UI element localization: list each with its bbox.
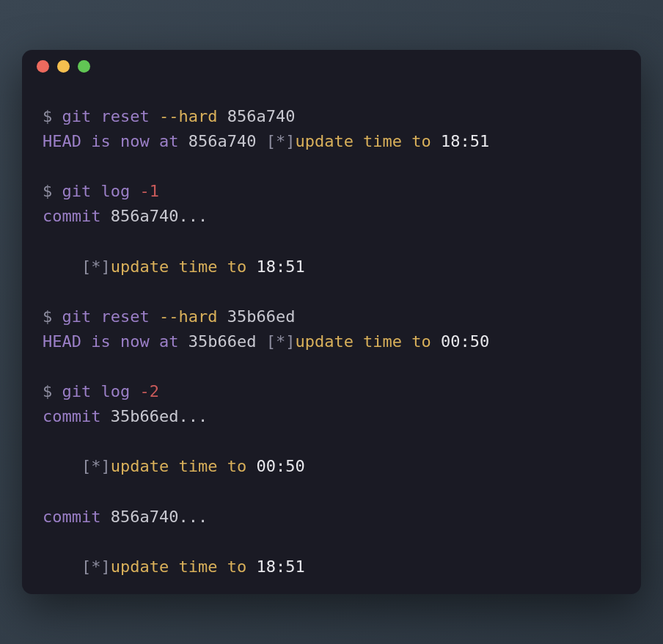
terminal-line: $ git log -2 [43, 379, 620, 404]
terminal-segment: commit [43, 407, 100, 425]
terminal-line [43, 154, 620, 179]
terminal-segment: git reset [62, 107, 159, 125]
terminal-segment [43, 557, 81, 576]
close-icon[interactable] [37, 60, 49, 73]
terminal-segment: [*] [266, 332, 296, 351]
terminal-line: $ git log -1 [43, 179, 620, 204]
terminal-content[interactable]: $ git reset --hard 856a740HEAD is now at… [22, 82, 641, 594]
terminal-line [43, 279, 620, 304]
terminal-segment: 00:50 [246, 457, 304, 475]
terminal-segment: 00:50 [431, 332, 489, 351]
terminal-segment: git reset [62, 307, 159, 326]
terminal-segment: git log [62, 382, 140, 400]
terminal-segment: [*] [266, 132, 296, 150]
terminal-segment: $ [43, 382, 62, 400]
terminal-segment: --hard [159, 107, 217, 125]
terminal-line [43, 230, 620, 255]
terminal-segment: 18:51 [246, 557, 304, 576]
terminal-line [43, 480, 620, 505]
terminal-line: $ git reset --hard 856a740 [43, 104, 620, 129]
maximize-icon[interactable] [78, 60, 90, 73]
terminal-segment: 856a740... [100, 508, 208, 526]
terminal-line: HEAD is now at 35b66ed [*]update time to… [43, 329, 620, 354]
terminal-segment: 35b66ed... [100, 407, 208, 425]
terminal-line: HEAD is now at 856a740 [*]update time to… [43, 129, 620, 154]
terminal-line: [*]update time to 00:50 [43, 454, 620, 479]
terminal-segment: update time to [111, 257, 246, 276]
terminal-segment: git log [62, 182, 140, 200]
terminal-segment: $ [43, 307, 62, 326]
terminal-line: commit 35b66ed... [43, 404, 620, 429]
terminal-segment: --hard [159, 307, 217, 326]
terminal-segment: update time to [111, 557, 246, 576]
terminal-line: $ git reset --hard 35b66ed [43, 304, 620, 329]
terminal-segment: $ [43, 182, 62, 200]
terminal-line [43, 429, 620, 454]
terminal-segment: HEAD is now at [43, 332, 178, 351]
terminal-line: commit 856a740... [43, 505, 620, 530]
terminal-segment: -1 [139, 182, 159, 200]
terminal-segment: update time to [111, 457, 246, 475]
terminal-segment: update time to [295, 132, 431, 150]
terminal-segment: [*] [81, 557, 111, 576]
terminal-segment: 18:51 [246, 257, 304, 276]
terminal-segment: 35b66ed [178, 332, 265, 351]
terminal-window: $ git reset --hard 856a740HEAD is now at… [22, 50, 641, 594]
terminal-line: commit 856a740... [43, 204, 620, 229]
terminal-segment: [*] [81, 457, 111, 475]
terminal-segment: 18:51 [431, 132, 489, 150]
terminal-segment: 35b66ed [217, 307, 295, 326]
terminal-line [43, 530, 620, 555]
terminal-segment: 856a740 [178, 132, 265, 150]
terminal-line [43, 354, 620, 379]
terminal-segment: -2 [139, 382, 159, 400]
terminal-segment: commit [43, 508, 100, 526]
window-titlebar [22, 50, 641, 82]
terminal-segment: HEAD is now at [43, 132, 178, 150]
terminal-line: [*]update time to 18:51 [43, 555, 620, 579]
minimize-icon[interactable] [57, 60, 70, 73]
terminal-segment: 856a740 [217, 107, 295, 125]
terminal-segment: commit [43, 207, 100, 225]
terminal-segment [43, 257, 81, 276]
terminal-segment [43, 457, 81, 475]
terminal-segment: $ [43, 107, 62, 125]
terminal-segment: 856a740... [100, 207, 208, 225]
terminal-line: [*]update time to 18:51 [43, 255, 620, 279]
terminal-segment: update time to [295, 332, 431, 351]
terminal-segment: [*] [81, 257, 111, 276]
